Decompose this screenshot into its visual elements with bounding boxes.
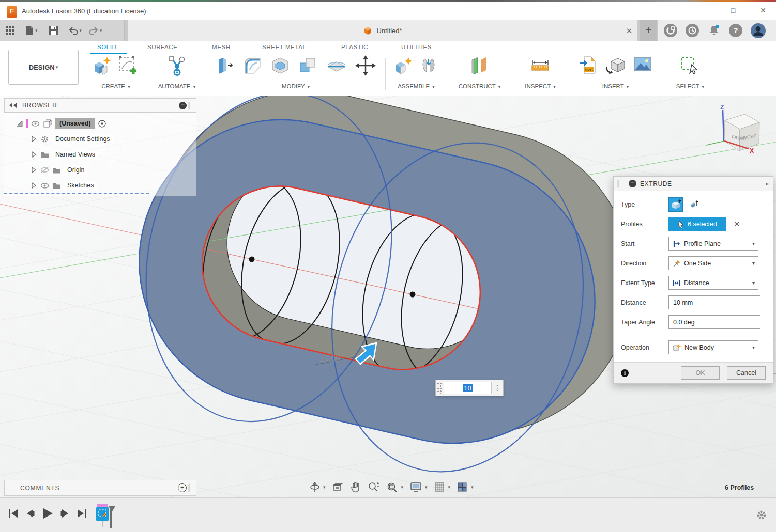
tab-mesh[interactable]: MESH <box>212 44 231 50</box>
document-root-label[interactable]: (Unsaved) <box>55 118 95 129</box>
browser-item-document-settings[interactable]: Document Settings <box>4 131 196 147</box>
document-tab[interactable]: Untitled* <box>128 20 637 41</box>
measure-icon[interactable] <box>530 55 551 76</box>
save-icon[interactable] <box>49 26 58 36</box>
group-label-assemble[interactable]: ASSEMBLE ▾ <box>390 83 442 89</box>
go-to-end-button[interactable] <box>77 508 88 519</box>
automate-icon[interactable] <box>166 55 188 77</box>
notifications-bell-icon[interactable] <box>707 24 721 37</box>
distance-input[interactable]: 10 mm <box>668 295 760 309</box>
new-component-icon[interactable] <box>395 55 414 76</box>
split-body-icon[interactable] <box>326 55 347 76</box>
close-button[interactable]: ✕ <box>755 4 771 17</box>
workspace-selector[interactable]: DESIGN ▾ <box>8 50 79 85</box>
move-copy-icon[interactable] <box>355 55 376 76</box>
construction-plane-icon[interactable] <box>469 55 490 77</box>
visibility-off-eye-icon[interactable] <box>40 166 49 174</box>
sketch-point-left[interactable] <box>249 257 255 262</box>
dialog-minimize-icon[interactable]: − <box>629 180 636 187</box>
browser-root-row[interactable]: (Unsaved) <box>4 116 196 131</box>
drag-handle[interactable] <box>437 382 443 394</box>
orbit-tool[interactable]: ▾ <box>309 481 326 493</box>
viewports-tool[interactable]: ▾ <box>457 482 474 492</box>
expand-arrow-icon[interactable] <box>30 182 37 189</box>
start-dropdown[interactable]: Profile Plane ▾ <box>668 237 758 251</box>
panel-minimize-icon[interactable]: − <box>179 102 187 109</box>
pan-tool[interactable] <box>351 481 361 493</box>
comments-panel[interactable]: COMMENTS + ▏ <box>4 480 196 496</box>
add-comment-icon[interactable]: + <box>178 483 187 492</box>
step-forward-button[interactable] <box>59 508 71 519</box>
manipulator-distance-input[interactable]: 10 <box>444 382 492 394</box>
extensions-icon[interactable] <box>664 24 677 37</box>
combine-icon[interactable] <box>298 55 318 76</box>
visibility-eye-icon[interactable] <box>40 182 49 189</box>
go-to-start-button[interactable] <box>7 508 19 519</box>
browser-item-sketches[interactable]: Sketches <box>4 178 149 194</box>
timeline-settings-gear-icon[interactable] <box>756 509 767 523</box>
joint-icon[interactable] <box>420 55 437 76</box>
create-sketch-icon[interactable] <box>118 55 139 76</box>
redo-button[interactable]: ▾ <box>88 26 102 35</box>
app-grid-icon[interactable] <box>5 26 15 36</box>
tab-close-icon[interactable]: ✕ <box>623 25 635 37</box>
visibility-eye-icon[interactable] <box>31 120 40 127</box>
insert-mesh-icon[interactable] <box>605 55 626 76</box>
cancel-button[interactable]: Cancel <box>727 366 766 380</box>
extent-type-dropdown[interactable]: Distance ▾ <box>668 276 758 290</box>
profiles-selection-button[interactable]: 6 selected <box>668 217 726 231</box>
look-at-tool[interactable] <box>332 482 344 492</box>
ok-button[interactable]: OK <box>681 366 720 380</box>
extrude-dialog-header[interactable]: ▏ − EXTRUDE » <box>614 177 773 191</box>
insert-canvas-icon[interactable] <box>633 55 652 74</box>
tab-sheet-metal[interactable]: SHEET METAL <box>262 44 306 50</box>
clear-selection-icon[interactable]: ✕ <box>734 220 740 229</box>
dialog-grip[interactable]: ▏ <box>618 180 623 187</box>
group-label-insert[interactable]: INSERT ▾ <box>573 83 658 89</box>
minimize-button[interactable]: – <box>695 4 711 17</box>
expand-arrow-icon[interactable] <box>30 166 37 174</box>
zoom-tool[interactable] <box>368 481 379 493</box>
tab-surface[interactable]: SURFACE <box>147 44 178 50</box>
group-label-create[interactable]: CREATE ▾ <box>87 83 145 89</box>
tab-plastic[interactable]: PLASTIC <box>341 44 368 50</box>
taper-angle-input[interactable]: 0.0 deg <box>668 315 760 329</box>
fit-zoom-tool[interactable]: ▾ <box>386 481 404 493</box>
panel-grip[interactable]: ▏ <box>189 102 194 109</box>
view-cube[interactable]: Z FRONT RIGHT X <box>706 104 759 154</box>
group-label-select[interactable]: SELECT ▾ <box>670 83 711 89</box>
extrude-type-normal-button[interactable] <box>668 197 683 212</box>
user-avatar[interactable] <box>751 23 766 38</box>
group-label-modify[interactable]: MODIFY ▾ <box>213 83 378 89</box>
info-icon[interactable]: i <box>621 369 629 377</box>
direction-dropdown[interactable]: One Side ▾ <box>668 256 758 270</box>
play-button[interactable] <box>41 507 54 520</box>
group-label-automate[interactable]: AUTOMATE ▾ <box>154 83 200 89</box>
select-icon[interactable] <box>679 55 701 77</box>
step-back-button[interactable] <box>24 508 36 519</box>
display-settings-tool[interactable]: ▾ <box>410 482 428 492</box>
root-expand-icon[interactable] <box>16 120 23 128</box>
help-icon[interactable]: ? <box>729 24 742 37</box>
activate-radio-icon[interactable] <box>98 119 106 128</box>
group-label-construct[interactable]: CONSTRUCT ▾ <box>455 83 504 89</box>
maximize-button[interactable]: □ <box>725 4 741 17</box>
operation-dropdown[interactable]: New Body ▾ <box>668 340 758 354</box>
expand-arrow-icon[interactable] <box>30 151 37 158</box>
press-pull-icon[interactable] <box>216 55 234 76</box>
dialog-dock-icon[interactable]: » <box>765 180 769 187</box>
new-tab-button[interactable]: + <box>640 20 657 41</box>
new-body-create-icon[interactable] <box>93 55 113 76</box>
timeline-sketch-feature[interactable] <box>95 503 117 531</box>
sketch-point-right[interactable] <box>410 292 416 298</box>
shell-icon[interactable] <box>270 55 290 76</box>
fillet-icon[interactable] <box>242 55 262 76</box>
file-menu-button[interactable]: ▾ <box>25 25 38 36</box>
insert-svg-icon[interactable]: SVG <box>579 55 598 77</box>
grid-snap-tool[interactable]: ▾ <box>434 482 451 492</box>
browser-item-named-views[interactable]: Named Views <box>4 147 196 162</box>
collapse-panel-icon[interactable] <box>9 102 17 108</box>
browser-header[interactable]: BROWSER − ▏ <box>4 98 196 113</box>
browser-item-origin[interactable]: Origin <box>4 162 196 178</box>
tab-solid[interactable]: SOLID <box>97 44 117 50</box>
